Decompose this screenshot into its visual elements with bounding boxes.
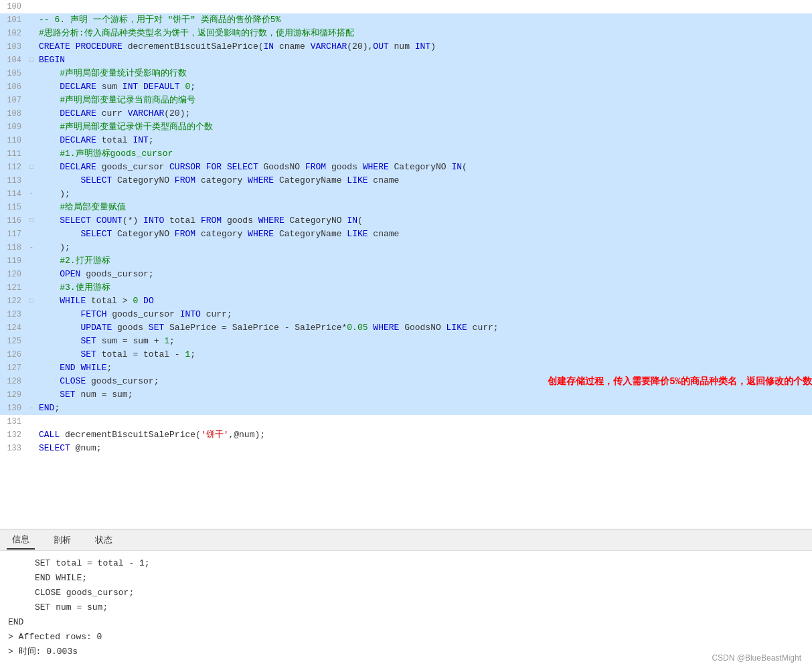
token-kw: COUNT [96, 216, 123, 226]
code-content: SELECT COUNT(*) INTO total FROM goods WH… [36, 214, 812, 228]
line-number: 104 [0, 54, 27, 67]
fold-indicator [27, 201, 36, 214]
token-plain: decrementBiscuitSalePrice( [123, 41, 264, 52]
token-plain: curr; [201, 309, 232, 319]
token-kw: LIKE [347, 229, 368, 239]
code-content: ); [36, 241, 812, 254]
code-line: 108 DECLARE curr VARCHAR(20); [0, 107, 812, 120]
tab-item[interactable]: 状态 [90, 531, 118, 549]
code-content: SELECT @num; [36, 442, 812, 455]
token-plain [39, 216, 60, 226]
token-plain: sum = sum + [96, 336, 164, 346]
code-line: 112□ DECLARE goods_cursor CURSOR FOR SEL… [0, 161, 812, 174]
line-number: 114 [0, 187, 27, 201]
token-kw: FROM [175, 175, 195, 185]
code-content: OPEN goods_cursor; [36, 268, 812, 281]
token-plain [39, 269, 60, 279]
token-plain: CategoryNO [112, 175, 175, 185]
code-content: #思路分析:传入商品种类类型名为饼干，返回受影响的行数，使用游标和循环搭配 [36, 27, 812, 40]
fold-indicator [27, 361, 36, 375]
code-line: 127 END WHILE; [0, 361, 812, 375]
token-plain: num [389, 41, 415, 52]
code-content: DECLARE curr VARCHAR(20); [36, 107, 812, 120]
token-cm-zh: #声明局部变量记录饼干类型商品的个数 [60, 122, 213, 132]
token-kw: VARCHAR [128, 108, 165, 118]
token-plain [70, 41, 76, 52]
code-line: 130-END; [0, 402, 812, 415]
token-plain [39, 122, 60, 132]
line-number: 119 [0, 254, 27, 268]
token-plain: category [195, 175, 248, 185]
code-content [36, 0, 812, 13]
code-content: CREATE PROCEDURE decrementBiscuitSalePri… [36, 40, 812, 54]
code-line: 132CALL decrementBiscuitSalePrice('饼干',@… [0, 428, 812, 442]
code-line: 121 #3.使用游标 [0, 281, 812, 295]
token-kw: IN [263, 41, 274, 52]
token-plain: goods_cursor; [86, 376, 159, 386]
token-kw: FROM [175, 229, 195, 239]
token-plain: CategoryNO [112, 229, 175, 239]
token-kw: DEFAULT [143, 82, 180, 92]
code-line: 101-- 6. 声明 一个游标，用于对 "饼干" 类商品的售价降价5% [0, 13, 812, 27]
code-line: 117 SELECT CategoryNO FROM category WHER… [0, 228, 812, 241]
line-number: 131 [0, 415, 27, 428]
token-kw: IN [451, 162, 462, 172]
token-plain: ; [190, 82, 195, 92]
token-kw: SET [80, 336, 96, 346]
fold-indicator: - [27, 402, 36, 415]
line-number: 105 [0, 67, 27, 80]
token-plain: cname [368, 229, 400, 239]
token-plain: ; [149, 135, 154, 145]
fold-indicator [27, 348, 36, 361]
token-kw: WHERE [373, 323, 399, 333]
fold-indicator: □ [27, 295, 36, 308]
token-plain: ( [357, 216, 363, 226]
token-plain [39, 202, 60, 212]
code-content: SELECT CategoryNO FROM category WHERE Ca… [36, 174, 812, 187]
fold-indicator [27, 228, 36, 241]
token-plain: CategoryNO [285, 216, 347, 226]
fold-indicator [27, 94, 36, 107]
code-content: SET sum = sum + 1; [36, 335, 812, 348]
fold-indicator [27, 67, 36, 80]
line-number: 109 [0, 120, 27, 134]
token-plain: ; [190, 349, 195, 359]
token-plain [91, 216, 96, 226]
fold-indicator: □ [27, 161, 36, 174]
tab-item[interactable]: 剖析 [48, 531, 76, 549]
line-number: 118 [0, 241, 27, 254]
line-number: 122 [0, 295, 27, 308]
token-plain: goods_cursor [96, 162, 169, 172]
line-number: 102 [0, 27, 27, 40]
token-kw: DECLARE [60, 162, 96, 172]
line-number: 129 [0, 388, 27, 402]
fold-indicator [27, 308, 36, 321]
fold-indicator: - [27, 241, 36, 254]
code-line: 128 CLOSE goods_cursor;创建存储过程，传入需要降价5%的商… [0, 375, 812, 388]
code-content: SELECT CategoryNO FROM category WHERE Ca… [36, 228, 812, 241]
line-number: 107 [0, 94, 27, 107]
token-plain [39, 68, 60, 78]
token-kw: INT [415, 41, 430, 52]
fold-indicator [27, 335, 36, 348]
code-line: 124 UPDATE goods SET SalePrice = SalePri… [0, 321, 812, 335]
token-kw: SET [60, 390, 75, 400]
token-str: '饼干' [201, 430, 229, 440]
token-plain: total > [86, 296, 133, 306]
token-kw: FOR [206, 162, 222, 172]
token-cm-zh: #1.声明游标goods_cursor [60, 149, 173, 159]
code-line: 102#思路分析:传入商品种类类型名为饼干，返回受影响的行数，使用游标和循环搭配 [0, 27, 812, 40]
token-plain [39, 336, 80, 346]
code-content: SET total = total - 1; [36, 348, 812, 361]
token-plain: (*) [123, 216, 143, 226]
token-plain [138, 296, 143, 306]
code-line: 100 [0, 0, 812, 13]
code-line: 126 SET total = total - 1; [0, 348, 812, 361]
token-cm-zh: #声明局部变量记录当前商品的编号 [60, 95, 195, 105]
code-line: 109 #声明局部变量记录饼干类型商品的个数 [0, 120, 812, 134]
tab-item[interactable]: 信息 [7, 531, 35, 550]
token-kw: WHERE [248, 175, 274, 185]
token-kw: LIKE [446, 323, 467, 333]
code-content: FETCH goods_cursor INTO curr; [36, 308, 812, 321]
code-line: 118- ); [0, 241, 812, 254]
